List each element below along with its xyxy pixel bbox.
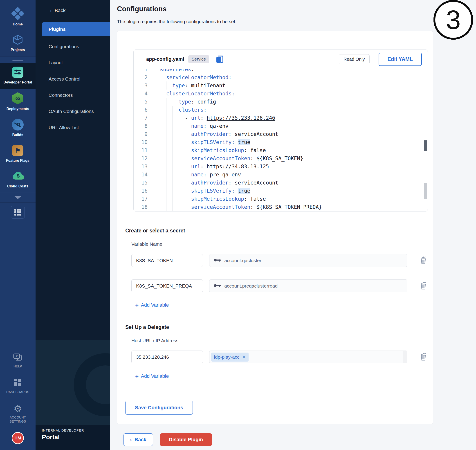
plus-icon: + bbox=[135, 373, 139, 379]
sidebar-item-label: ACCOUNT SETTINGS bbox=[4, 415, 31, 423]
read-only-badge: Read Only bbox=[339, 54, 370, 64]
code-line: 7- url: https://35.233.128.246 bbox=[134, 114, 428, 122]
copy-icon[interactable] bbox=[215, 54, 224, 64]
code-line: 8name: qa-env bbox=[134, 122, 428, 130]
sidebar-item-dashboards[interactable]: DASHBOARDS bbox=[0, 373, 35, 399]
save-configurations-button[interactable]: Save Configurations bbox=[125, 401, 193, 415]
user-avatar[interactable]: HM bbox=[12, 432, 24, 444]
delegate-row: idp-play-acc ✕ bbox=[131, 350, 427, 363]
variable-name-label: Variable Name bbox=[131, 241, 427, 247]
yaml-code-viewport[interactable]: 1kubernetes:2serviceLocatorMethod:3type:… bbox=[134, 69, 428, 211]
secret-select-field[interactable]: account.qacluster bbox=[209, 254, 407, 267]
module-sidebar-top: Home Projects bbox=[0, 0, 35, 56]
scrollbar-marker[interactable] bbox=[424, 140, 427, 151]
delegate-heading: Set Up a Delegate bbox=[125, 324, 427, 330]
code-line: 1kubernetes: bbox=[134, 69, 428, 73]
main-content: Configurations The plugin requires the f… bbox=[110, 0, 476, 450]
variable-name-input[interactable] bbox=[131, 279, 203, 292]
drag-handle[interactable] bbox=[12, 60, 23, 61]
host-url-label: Host URL / IP Address bbox=[131, 338, 427, 343]
sidebar-item-label: Deployments bbox=[6, 107, 29, 111]
builds-icon bbox=[12, 119, 24, 130]
sidebar-item-label: HELP bbox=[13, 364, 22, 368]
delegate-tags-field[interactable]: idp-play-acc ✕ bbox=[209, 350, 407, 363]
add-host-link[interactable]: + Add Variable bbox=[135, 373, 169, 379]
delete-variable-button[interactable] bbox=[420, 256, 427, 265]
deployments-icon: ∞ bbox=[12, 92, 24, 104]
code-line: 17skipMetricsLookup: false bbox=[134, 195, 428, 203]
footer-actions: ‹ Back Disable Plugin bbox=[123, 433, 476, 446]
secret-select-field[interactable]: account.preqaclusterread bbox=[209, 279, 407, 292]
page: Home Projects Developer Portal ∞ Deploym… bbox=[0, 0, 476, 450]
code-line: 16skipTLSVerify: true bbox=[134, 187, 428, 195]
tag-field-strip bbox=[403, 351, 407, 363]
portal-kicker: INTERNAL DEVELOPER bbox=[42, 428, 110, 432]
nav-item-oauth-configurations[interactable]: OAuth Configurations bbox=[35, 103, 110, 119]
nav-divider bbox=[42, 18, 105, 18]
sidebar-item-cloud-costs[interactable]: $ Cloud Costs bbox=[0, 167, 35, 193]
sidebar-item-home[interactable]: Home bbox=[0, 5, 35, 31]
nav-item-connectors[interactable]: Connectors bbox=[35, 87, 110, 103]
sidebar-item-builds[interactable]: Builds bbox=[0, 115, 35, 141]
secrets-heading: Create or select a secret bbox=[125, 228, 427, 234]
sidebar-item-developer-portal[interactable]: Developer Portal bbox=[0, 63, 35, 89]
add-variable-link[interactable]: + Add Variable bbox=[135, 302, 169, 308]
variable-name-input[interactable] bbox=[131, 254, 203, 267]
sidebar-item-deployments[interactable]: ∞ Deployments bbox=[0, 89, 35, 115]
sidebar-item-feature-flags[interactable]: ⚑ Feature Flags bbox=[0, 141, 35, 167]
configurations-panel: app-config.yaml Service Read Only Edit Y… bbox=[117, 31, 433, 424]
sidebar-divider bbox=[0, 56, 35, 63]
secret-value: account.preqaclusterread bbox=[224, 283, 278, 289]
yaml-card-header: app-config.yaml Service Read Only Edit Y… bbox=[134, 50, 428, 69]
page-subtitle: The plugin requires the following config… bbox=[117, 19, 476, 24]
module-grid-button[interactable] bbox=[11, 206, 25, 219]
nav-item-configurations[interactable]: Configurations bbox=[35, 38, 110, 55]
code-lines: 1kubernetes:2serviceLocatorMethod:3type:… bbox=[134, 69, 428, 211]
sidebar-item-label: Builds bbox=[12, 133, 24, 137]
code-line: 15authProvider: serviceAccount bbox=[134, 179, 428, 187]
nav-item-plugins[interactable]: Plugins bbox=[42, 22, 110, 36]
plus-icon: + bbox=[135, 302, 139, 308]
scrollbar-thumb[interactable] bbox=[424, 183, 427, 199]
back-button[interactable]: ‹ Back bbox=[123, 433, 153, 446]
sidebar-item-label: DASHBOARDS bbox=[6, 390, 29, 394]
page-title: Configurations bbox=[117, 5, 476, 13]
watermark-ring bbox=[74, 353, 110, 416]
module-sidebar-bottom: ? HELP DASHBOARDS ⚙ ACCOUNT SETTINGS HM bbox=[0, 348, 35, 450]
dashboards-icon bbox=[13, 378, 22, 388]
secret-row: account.preqaclusterread bbox=[131, 279, 427, 292]
chevron-left-icon: ‹ bbox=[50, 8, 52, 13]
sidebar-item-label: Projects bbox=[11, 48, 25, 52]
edit-yaml-button[interactable]: Edit YAML bbox=[379, 53, 422, 66]
disable-plugin-button[interactable]: Disable Plugin bbox=[160, 433, 212, 446]
chevron-left-icon: ‹ bbox=[130, 437, 132, 443]
annotation-circle-3: 3 bbox=[434, 0, 473, 40]
remove-tag-icon[interactable]: ✕ bbox=[242, 354, 246, 360]
code-line: 18serviceAccountToken: ${K8S_SA_TOKEN_PR… bbox=[134, 203, 428, 211]
code-line: 12serviceAccountToken: ${K8S_SA_TOKEN} bbox=[134, 154, 428, 162]
delete-delegate-button[interactable] bbox=[420, 353, 427, 361]
module-sidebar: Home Projects Developer Portal ∞ Deploym… bbox=[0, 0, 35, 450]
sidebar-watermark: INTERNAL DEVELOPER Portal bbox=[35, 340, 110, 450]
nav-item-access-control[interactable]: Access Control bbox=[35, 71, 110, 87]
sidebar-item-help[interactable]: ? HELP bbox=[0, 348, 35, 373]
host-url-input[interactable] bbox=[131, 350, 203, 363]
nav-item-url-allow-list[interactable]: URL Allow List bbox=[35, 119, 110, 136]
delegate-tag-chip: idp-play-acc ✕ bbox=[211, 353, 249, 361]
chevron-down-icon[interactable] bbox=[14, 196, 21, 199]
sidebar-item-projects[interactable]: Projects bbox=[0, 31, 35, 56]
sidebar-item-account-settings[interactable]: ⚙ ACCOUNT SETTINGS bbox=[0, 399, 35, 428]
code-line: 6clusters: bbox=[134, 106, 428, 114]
nav-item-layout[interactable]: Layout bbox=[35, 55, 110, 71]
key-icon bbox=[213, 258, 221, 263]
nav-back[interactable]: ‹ Back bbox=[35, 0, 110, 18]
yaml-editor-card: app-config.yaml Service Read Only Edit Y… bbox=[133, 49, 428, 212]
plugin-nav-sidebar: ‹ Back Plugins Configurations Layout Acc… bbox=[35, 0, 110, 450]
key-icon bbox=[213, 283, 221, 289]
gear-icon: ⚙ bbox=[13, 404, 22, 414]
svg-text:?: ? bbox=[16, 354, 18, 358]
sidebar-item-label: Home bbox=[13, 22, 23, 27]
projects-cube-icon bbox=[12, 34, 24, 45]
delete-variable-button[interactable] bbox=[420, 281, 427, 290]
code-line: 14name: pre-qa-env bbox=[134, 171, 428, 179]
